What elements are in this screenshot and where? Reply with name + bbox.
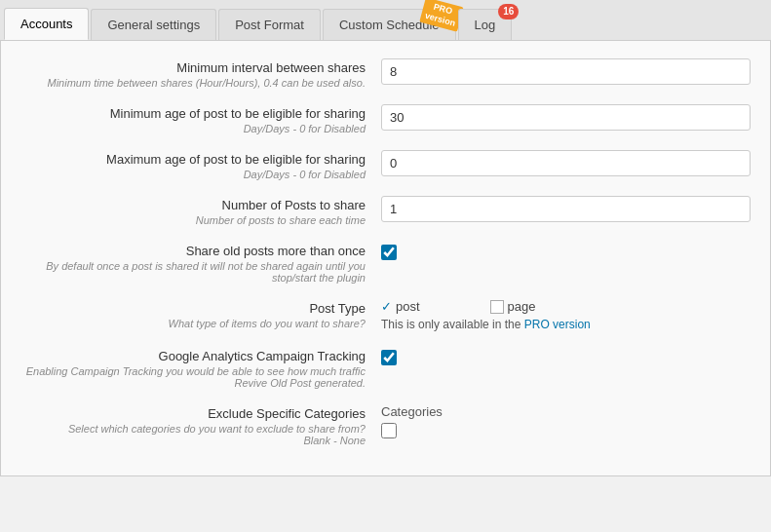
share-old-label: Share old posts more than once xyxy=(186,244,366,258)
post-type-page-item: page xyxy=(490,299,536,314)
min-interval-sublabel: Minimum time between shares (Hour/Hours)… xyxy=(20,77,366,89)
post-type-label: Post Type xyxy=(309,301,366,316)
share-old-label-container: Share old posts more than once By defaul… xyxy=(20,240,381,284)
num-posts-row: Number of Posts to share Number of posts… xyxy=(20,194,751,226)
pro-version-link[interactable]: PRO version xyxy=(524,318,591,331)
post-checkmark-icon: ✓ xyxy=(381,299,392,314)
tab-post-format-label: Post Format xyxy=(235,18,304,32)
share-old-control xyxy=(381,240,751,260)
num-posts-control xyxy=(381,194,751,222)
pro-note-prefix: This is only available in the xyxy=(381,318,520,331)
tab-accounts[interactable]: Accounts xyxy=(4,8,89,40)
min-interval-label: Minimum interval between shares xyxy=(176,60,366,75)
tab-general-settings-label: General settings xyxy=(107,18,200,32)
log-count-badge: 16 xyxy=(498,4,519,19)
max-age-input[interactable] xyxy=(381,150,751,176)
min-interval-control xyxy=(381,57,751,85)
tab-bar: Accounts General settings Post Format Cu… xyxy=(0,0,771,41)
ga-tracking-row: Google Analytics Campaign Tracking Enabl… xyxy=(20,345,751,389)
categories-checkbox[interactable] xyxy=(381,423,397,438)
settings-content: Minimum interval between shares Minimum … xyxy=(0,41,771,476)
max-age-label: Maximum age of post to be eligible for s… xyxy=(106,152,366,167)
categories-checkbox-row xyxy=(381,423,751,438)
max-age-label-container: Maximum age of post to be eligible for s… xyxy=(20,148,381,180)
exclude-categories-row: Exclude Specific Categories Select which… xyxy=(20,402,751,446)
min-interval-row: Minimum interval between shares Minimum … xyxy=(20,57,751,89)
min-age-label-container: Minimum age of post to be eligible for s… xyxy=(20,102,381,134)
min-age-input[interactable] xyxy=(381,104,751,131)
num-posts-input[interactable] xyxy=(381,196,751,222)
ga-tracking-label: Google Analytics Campaign Tracking xyxy=(159,349,366,363)
pro-note-text: This is only available in the PRO versio… xyxy=(381,318,751,331)
share-old-sublabel: By default once a post is shared it will… xyxy=(20,260,366,284)
max-age-control xyxy=(381,148,751,176)
post-type-page-label: page xyxy=(508,299,536,314)
share-old-checkbox[interactable] xyxy=(381,245,397,260)
page-checkbox-icon xyxy=(490,300,504,314)
tab-general-settings[interactable]: General settings xyxy=(91,9,216,40)
post-type-control: ✓ post page This is only available in th… xyxy=(381,297,751,331)
min-age-label: Minimum age of post to be eligible for s… xyxy=(110,106,366,121)
ga-tracking-label-container: Google Analytics Campaign Tracking Enabl… xyxy=(20,345,381,389)
tab-accounts-label: Accounts xyxy=(20,17,72,31)
exclude-categories-sublabel: Select which categories do you want to e… xyxy=(20,423,366,446)
max-age-sublabel: Day/Days - 0 for Disabled xyxy=(20,169,366,180)
post-type-options: ✓ post page xyxy=(381,299,751,314)
ga-tracking-sublabel: Enabling Campaign Tracking you would be … xyxy=(20,365,366,389)
exclude-categories-label: Exclude Specific Categories xyxy=(208,406,366,421)
tab-post-format[interactable]: Post Format xyxy=(218,9,321,40)
categories-label: Categories xyxy=(381,404,751,419)
post-type-post-item: ✓ post xyxy=(381,299,420,314)
exclude-categories-label-container: Exclude Specific Categories Select which… xyxy=(20,402,381,446)
min-interval-label-container: Minimum interval between shares Minimum … xyxy=(20,57,381,89)
min-age-control xyxy=(381,102,751,131)
min-age-row: Minimum age of post to be eligible for s… xyxy=(20,102,751,134)
ga-tracking-checkbox[interactable] xyxy=(381,350,397,365)
post-type-sublabel: What type of items do you want to share? xyxy=(20,318,366,329)
tab-log[interactable]: Log 16 xyxy=(458,9,513,40)
num-posts-label: Number of Posts to share xyxy=(222,198,366,212)
max-age-row: Maximum age of post to be eligible for s… xyxy=(20,148,751,180)
tab-log-label: Log xyxy=(475,18,496,32)
num-posts-sublabel: Number of posts to share each time xyxy=(20,214,366,226)
tab-custom-schedule[interactable]: Custom Schedule PROversion xyxy=(323,9,456,40)
num-posts-label-container: Number of Posts to share Number of posts… xyxy=(20,194,381,226)
post-type-label-container: Post Type What type of items do you want… xyxy=(20,297,381,329)
post-type-post-label: post xyxy=(396,299,420,314)
min-interval-input[interactable] xyxy=(381,58,751,85)
min-age-sublabel: Day/Days - 0 for Disabled xyxy=(20,123,366,134)
post-type-row: Post Type What type of items do you want… xyxy=(20,297,751,331)
share-old-row: Share old posts more than once By defaul… xyxy=(20,240,751,284)
exclude-categories-control: Categories xyxy=(381,402,751,438)
ga-tracking-control xyxy=(381,345,751,365)
